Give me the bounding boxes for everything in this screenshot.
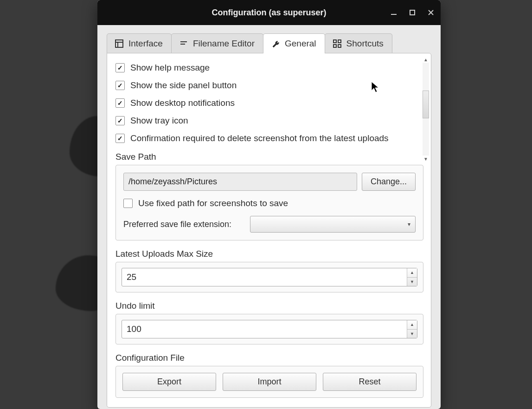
undo-limit-spinbox[interactable]: 100 ▲ ▼: [122, 320, 417, 338]
svg-rect-9: [333, 40, 336, 43]
latest-uploads-spinbox[interactable]: 25 ▲ ▼: [122, 268, 417, 286]
scroll-up-icon[interactable]: ▲: [423, 56, 429, 63]
close-button[interactable]: [426, 7, 436, 18]
config-file-label: Configuration File: [115, 353, 423, 363]
tab-shortcuts[interactable]: Shortcuts: [325, 33, 392, 53]
check-tray-label: Show tray icon: [130, 116, 188, 126]
check-help-label: Show help message: [130, 63, 210, 73]
check-notifications[interactable]: [115, 98, 125, 108]
tab-label: Interface: [128, 39, 163, 49]
check-sidepanel-label: Show the side panel button: [130, 80, 237, 91]
svg-rect-11: [333, 45, 336, 47]
save-path-group: /home/zeyassh/Pictures Change... Use fix…: [115, 165, 423, 240]
spin-down-icon[interactable]: ▼: [407, 330, 417, 338]
editor-icon: [179, 39, 188, 48]
check-tray[interactable]: [115, 116, 125, 125]
window-controls: [389, 0, 436, 25]
reset-button[interactable]: Reset: [323, 373, 417, 391]
scroll-thumb[interactable]: [423, 91, 429, 118]
check-notifications-row: Show desktop notifications: [115, 98, 414, 108]
extension-label: Preferred save file extension:: [123, 220, 231, 229]
save-path-label: Save Path: [115, 152, 423, 162]
tab-filename-editor[interactable]: Filename Editor: [171, 33, 263, 53]
svg-rect-4: [115, 40, 123, 47]
check-confirm-delete-row: Confirmation required to delete screensh…: [115, 133, 414, 143]
import-button[interactable]: Import: [223, 373, 316, 391]
spin-up-icon[interactable]: ▲: [407, 320, 417, 330]
checklist-scrollbar[interactable]: ▲ ▼: [423, 63, 429, 156]
titlebar: Configuration (as superuser): [97, 0, 441, 25]
grid-icon: [333, 39, 342, 48]
tab-general[interactable]: General: [263, 33, 325, 53]
latest-uploads-value[interactable]: 25: [122, 268, 407, 286]
extension-combo[interactable]: [250, 216, 416, 233]
tab-label: Filename Editor: [193, 39, 255, 49]
latest-uploads-label: Latest Uploads Max Size: [115, 249, 423, 259]
spin-up-icon[interactable]: ▲: [407, 268, 417, 278]
svg-rect-12: [338, 45, 341, 47]
check-notifications-label: Show desktop notifications: [130, 98, 235, 108]
spin-down-icon[interactable]: ▼: [407, 278, 417, 286]
fixed-path-row: Use fixed path for screenshots to save: [123, 198, 416, 208]
general-pane: ▲ ▼ Show help message Show the side pane…: [107, 53, 431, 408]
extension-value: [250, 216, 254, 226]
check-confirm-delete[interactable]: [115, 134, 125, 143]
latest-uploads-group: 25 ▲ ▼: [115, 262, 423, 292]
maximize-button[interactable]: [407, 7, 417, 18]
undo-limit-group: 100 ▲ ▼: [115, 314, 423, 344]
check-help[interactable]: [115, 63, 125, 72]
wrench-icon: [271, 39, 280, 48]
tab-label: General: [285, 39, 316, 49]
general-checklist: Show help message Show the side panel bu…: [115, 63, 423, 143]
undo-limit-label: Undo limit: [115, 301, 423, 311]
spin-arrows: ▲ ▼: [407, 268, 417, 286]
tab-label: Shortcuts: [346, 39, 384, 49]
config-window: Configuration (as superuser) Interface: [97, 0, 441, 409]
tab-interface[interactable]: Interface: [107, 33, 172, 53]
check-sidepanel[interactable]: [115, 81, 125, 90]
svg-rect-10: [338, 40, 341, 43]
check-fixed-path[interactable]: [123, 199, 133, 208]
extension-row: Preferred save file extension:: [123, 216, 416, 233]
svg-rect-1: [410, 10, 415, 15]
export-button[interactable]: Export: [122, 373, 216, 391]
check-help-row: Show help message: [115, 63, 414, 73]
undo-limit-value[interactable]: 100: [122, 320, 407, 338]
interface-icon: [115, 39, 124, 48]
window-body: Interface Filename Editor General Shortc…: [97, 25, 441, 409]
check-tray-row: Show tray icon: [115, 116, 414, 126]
fixed-path-label: Use fixed path for screenshots to save: [138, 198, 288, 208]
minimize-button[interactable]: [389, 7, 399, 18]
check-sidepanel-row: Show the side panel button: [115, 80, 414, 91]
config-file-buttons: Export Import Reset: [115, 366, 423, 398]
save-path-input[interactable]: /home/zeyassh/Pictures: [123, 173, 357, 191]
scroll-down-icon[interactable]: ▼: [423, 156, 429, 162]
check-confirm-delete-label: Confirmation required to delete screensh…: [130, 133, 389, 143]
change-path-button[interactable]: Change...: [362, 173, 416, 191]
spin-arrows: ▲ ▼: [407, 320, 417, 338]
save-path-row: /home/zeyassh/Pictures Change...: [123, 173, 416, 191]
window-title: Configuration (as superuser): [212, 8, 326, 18]
tab-bar: Interface Filename Editor General Shortc…: [107, 33, 431, 53]
